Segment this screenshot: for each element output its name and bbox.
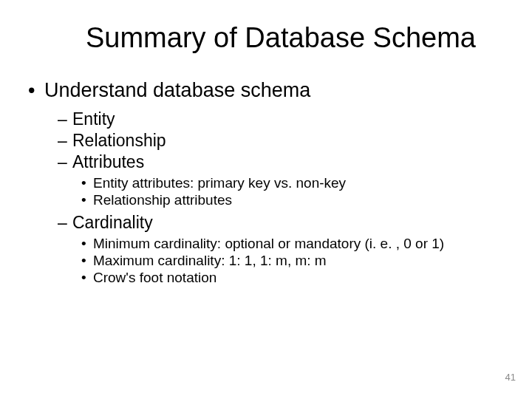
bullet-text: Minimum cardinality: optional or mandato… <box>93 236 444 251</box>
list-item: Maximum cardinality: 1: 1, 1: m, m: m <box>81 253 502 269</box>
bullet-text: Understand database schema <box>44 79 310 101</box>
bullet-list-level3: Minimum cardinality: optional or mandato… <box>81 236 502 286</box>
list-item: Cardinality Minimum cardinality: optiona… <box>58 213 502 286</box>
bullet-list-level2: Entity Relationship Attributes Entity at… <box>58 109 502 286</box>
slide: Summary of Database Schema Understand da… <box>0 0 532 399</box>
bullet-text: Crow's foot notation <box>93 270 216 285</box>
bullet-list-level3: Entity attributes: primary key vs. non-k… <box>81 175 502 208</box>
slide-title: Summary of Database Schema <box>59 22 502 54</box>
bullet-text: Maximum cardinality: 1: 1, 1: m, m: m <box>93 253 327 268</box>
bullet-text: Entity <box>72 109 115 129</box>
list-item: Entity attributes: primary key vs. non-k… <box>81 175 502 191</box>
bullet-text: Cardinality <box>72 213 153 232</box>
list-item: Entity <box>58 109 502 129</box>
bullet-text: Relationship <box>72 131 166 150</box>
bullet-list-level1: Understand database schema Entity Relati… <box>28 79 502 286</box>
list-item: Attributes Entity attributes: primary ke… <box>58 152 502 208</box>
list-item: Understand database schema Entity Relati… <box>28 79 502 286</box>
list-item: Relationship <box>58 131 502 151</box>
list-item: Relationship attributes <box>81 192 502 208</box>
bullet-text: Entity attributes: primary key vs. non-k… <box>93 175 346 191</box>
bullet-text: Attributes <box>72 152 144 171</box>
bullet-text: Relationship attributes <box>93 192 232 208</box>
list-item: Crow's foot notation <box>81 270 502 286</box>
page-number: 41 <box>505 372 516 383</box>
list-item: Minimum cardinality: optional or mandato… <box>81 236 502 252</box>
